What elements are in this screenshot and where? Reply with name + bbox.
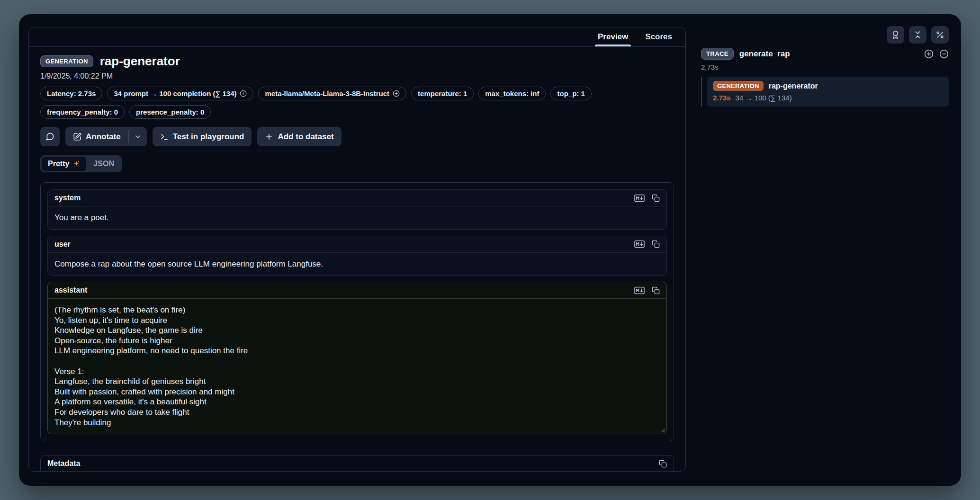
- presence-penalty-pill: presence_penalty: 0: [129, 105, 211, 119]
- view-format-toggle: Pretty JSON: [40, 155, 122, 172]
- observation-title: rap-generator: [100, 54, 180, 69]
- assistant-message: assistant (The rhythm is set, the beat': [47, 282, 667, 434]
- plus-circle-icon: [393, 90, 400, 97]
- latency-pill-label: Latency: 2.73s: [47, 89, 96, 98]
- observation-content: GENERATION rap-generator 1/9/2025, 4:00:…: [29, 47, 685, 472]
- generation-type-badge: GENERATION: [40, 55, 93, 67]
- expand-all-button[interactable]: [924, 49, 934, 59]
- observation-title-row: GENERATION rap-generator: [40, 54, 674, 69]
- trace-latency: 2.73s: [701, 63, 961, 71]
- frequency-penalty-pill-label: frequency_penalty: 0: [47, 108, 118, 116]
- observation-tree: GENERATION rap-generator 2.73s 34 → 100 …: [701, 77, 949, 107]
- chat-bubble-icon: [45, 132, 54, 141]
- model-pill-label: meta-llama/Meta-Llama-3-8B-Instruct: [265, 89, 389, 98]
- message-content: You are a poet.: [48, 206, 666, 229]
- chevrons-down-up-icon: [913, 30, 922, 39]
- node-tokens: 34 → 100 (∑ 134): [736, 94, 792, 102]
- message-actions: [634, 240, 660, 248]
- max-tokens-pill: max_tokens: inf: [478, 87, 546, 100]
- copy-button[interactable]: [652, 194, 660, 202]
- tree-controls: [924, 49, 949, 59]
- copy-button[interactable]: [652, 286, 660, 295]
- presence-penalty-pill-label: presence_penalty: 0: [136, 108, 204, 116]
- trace-tree-panel: TRACE generate_rap 2.73s GENERATION: [692, 14, 961, 486]
- edit-pen-icon: [73, 133, 81, 141]
- test-in-playground-label: Test in playground: [173, 132, 244, 142]
- screen: Preview Scores GENERATION rap-generator …: [0, 0, 980, 500]
- top-p-pill: top_p: 1: [550, 87, 591, 100]
- max-tokens-pill-label: max_tokens: inf: [485, 89, 539, 98]
- annotate-split-button: Annotate: [65, 127, 147, 146]
- collapse-all-button[interactable]: [939, 49, 949, 59]
- collapse-view-button[interactable]: [909, 26, 926, 44]
- user-message-header: user: [48, 236, 666, 253]
- trace-header-row[interactable]: TRACE generate_rap: [701, 48, 949, 60]
- annotation-queue-button[interactable]: [887, 26, 904, 44]
- json-toggle-label: JSON: [93, 160, 114, 168]
- sparkles-icon: [72, 160, 80, 168]
- tokens-pill[interactable]: 34 prompt → 100 completion (∑ 134): [107, 87, 253, 100]
- scores-percent-button[interactable]: [931, 26, 949, 44]
- terminal-icon: [160, 133, 169, 141]
- assistant-message-header: assistant: [48, 282, 666, 299]
- node-type-badge: GENERATION: [713, 81, 764, 91]
- metadata-actions: [659, 460, 667, 468]
- role-label: assistant: [54, 286, 87, 295]
- system-message: system You are a poet.: [47, 189, 667, 230]
- input-output-card: system You are a poet.: [40, 182, 674, 441]
- temperature-pill: temperature: 1: [411, 87, 474, 100]
- resize-grip-icon[interactable]: [660, 427, 665, 432]
- percent-icon: [935, 30, 944, 39]
- add-to-dataset-label: Add to dataset: [278, 132, 333, 142]
- message-content: (The rhythm is set, the beat's on fire) …: [48, 299, 666, 434]
- annotate-button[interactable]: Annotate: [65, 127, 128, 146]
- observation-timestamp: 1/9/2025, 4:00:22 PM: [40, 72, 674, 80]
- tokens-pill-label: 34 prompt → 100 completion (∑ 134): [114, 89, 236, 98]
- latency-pill: Latency: 2.73s: [40, 87, 102, 100]
- json-toggle[interactable]: JSON: [87, 157, 120, 171]
- add-to-dataset-button[interactable]: Add to dataset: [257, 127, 341, 146]
- pretty-toggle-label: Pretty: [48, 160, 69, 168]
- tree-node-generation[interactable]: GENERATION rap-generator 2.73s 34 → 100 …: [707, 77, 949, 107]
- message-content: Compose a rap about the open source LLM …: [48, 253, 666, 276]
- window-actions: [692, 14, 961, 44]
- trace-detail-window: Preview Scores GENERATION rap-generator …: [19, 14, 961, 486]
- temperature-pill-label: temperature: 1: [418, 89, 467, 98]
- message-actions: [634, 286, 660, 295]
- annotate-dropdown-button[interactable]: [129, 127, 147, 146]
- observation-preview-panel: Preview Scores GENERATION rap-generator …: [28, 27, 686, 472]
- copy-metadata-button[interactable]: [659, 460, 667, 468]
- pretty-toggle[interactable]: Pretty: [42, 157, 86, 171]
- model-pill[interactable]: meta-llama/Meta-Llama-3-8B-Instruct: [258, 87, 406, 100]
- trace-type-badge: TRACE: [701, 48, 734, 60]
- tab-preview[interactable]: Preview: [591, 27, 635, 46]
- metadata-card: Metadata {: [40, 455, 674, 472]
- award-icon: [891, 30, 900, 39]
- message-actions: [634, 194, 660, 202]
- node-name: rap-generator: [769, 82, 818, 90]
- top-p-pill-label: top_p: 1: [557, 89, 584, 98]
- node-latency: 2.73s: [713, 94, 731, 102]
- plus-icon: [265, 133, 273, 141]
- frequency-penalty-pill: frequency_penalty: 0: [40, 105, 125, 119]
- role-label: user: [54, 240, 71, 249]
- node-stats-row: 2.73s 34 → 100 (∑ 134): [713, 94, 943, 102]
- tab-preview-label: Preview: [598, 32, 628, 42]
- copy-button[interactable]: [652, 240, 660, 248]
- node-title-row: GENERATION rap-generator: [713, 81, 943, 91]
- comment-button[interactable]: [40, 127, 60, 146]
- preview-tabbar: Preview Scores: [29, 27, 685, 47]
- tree-rail: [701, 77, 702, 107]
- metadata-title: Metadata: [47, 459, 80, 468]
- system-message-header: system: [48, 190, 666, 206]
- test-in-playground-button[interactable]: Test in playground: [153, 127, 252, 146]
- markdown-toggle-button[interactable]: [634, 194, 645, 202]
- role-label: system: [54, 194, 81, 202]
- tab-scores-label: Scores: [645, 32, 672, 42]
- user-message: user Compose a rap about the open sourc: [47, 236, 667, 276]
- markdown-toggle-button[interactable]: [634, 240, 645, 248]
- chevron-down-icon: [134, 133, 142, 141]
- observation-attribute-pills: Latency: 2.73s 34 prompt → 100 completio…: [40, 87, 674, 119]
- markdown-toggle-button[interactable]: [634, 286, 645, 295]
- tab-scores[interactable]: Scores: [638, 27, 679, 46]
